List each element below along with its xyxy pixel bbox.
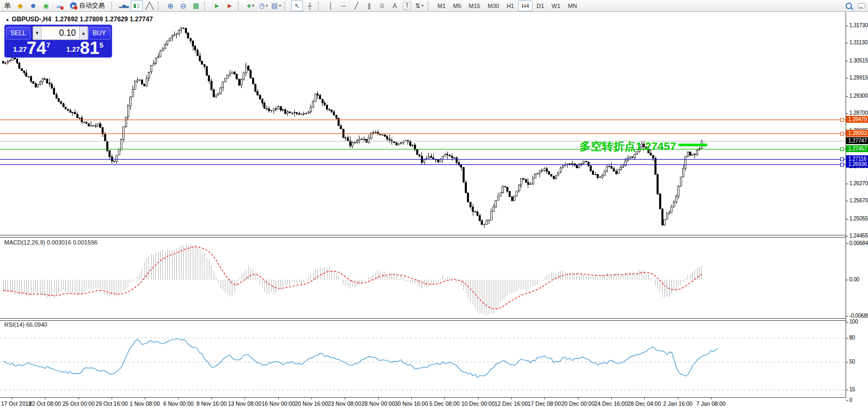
price-axis-tick-label: 1.29300 [849, 93, 868, 99]
time-axis-tick [12, 397, 12, 399]
rsi-axis-tick [846, 322, 848, 322]
horizontal-line-icon[interactable]: ─ [338, 0, 349, 11]
time-axis-tick [178, 397, 179, 399]
time-axis-label: 1 Nov 08:00 [127, 400, 163, 407]
templates-button[interactable]: ▤▾ [270, 0, 282, 11]
line-endpoint-handle[interactable] [840, 132, 844, 136]
fibonacci-icon[interactable]: ≣ [376, 0, 388, 11]
timeframe-m5-button[interactable]: M5 [450, 1, 464, 11]
periods-button[interactable]: ◷▾ [257, 0, 269, 11]
price-axis-border [846, 12, 846, 397]
new-order-icon[interactable]: 单 [2, 0, 13, 11]
horizontal-level-line[interactable] [0, 120, 846, 120]
dropdown-arrow-icon: ▾ [279, 4, 281, 8]
line-endpoint-handle[interactable] [840, 157, 844, 161]
autotrading-label: 自动交易 [79, 1, 105, 10]
price-axis-tick [846, 96, 848, 97]
collapse-triangle-icon[interactable]: ▲ [5, 17, 10, 22]
horizontal-level-line[interactable] [0, 149, 846, 149]
sell-price-display[interactable]: 1.27747 [6, 40, 58, 56]
horizontal-level-line[interactable] [0, 159, 846, 160]
time-axis-tick [444, 397, 445, 399]
macd-label: MACD(12,26,9) 0.003016 0.001596 [4, 239, 97, 246]
bar-chart-icon[interactable]: ▂▅▃ [118, 0, 130, 11]
autotrading-button[interactable]: ▶自动交易 [66, 0, 108, 11]
rsi-panel-separator[interactable] [0, 318, 846, 321]
price-axis-tick-label: 1.30515 [849, 58, 868, 64]
mql5-profile-icon[interactable]: ☻ [27, 0, 39, 11]
toolbar-group-separator [204, 2, 209, 10]
chat-icon[interactable] [856, 0, 867, 11]
timeframe-h1-button[interactable]: H1 [503, 1, 517, 11]
timeframe-m1-button[interactable]: M1 [434, 1, 449, 11]
time-axis-tick [711, 397, 711, 399]
level-price-label: 1.27457 [846, 145, 868, 152]
line-chart-icon[interactable]: ╱╲ [144, 0, 155, 11]
time-axis-label: 29 Oct 16:00 [93, 400, 130, 407]
toolbar-group-separator [427, 2, 432, 10]
time-axis-label: 25 Oct 00:00 [60, 400, 97, 407]
text-label-icon[interactable]: T [403, 2, 411, 10]
price-axis-tick [846, 184, 848, 184]
line-endpoint-handle[interactable] [840, 147, 844, 151]
macd-indicator-chart[interactable] [0, 238, 846, 318]
timeframe-m30-button[interactable]: M30 [484, 1, 502, 11]
volume-input[interactable] [42, 27, 79, 40]
toolbar: 单◆☻◉☁▶自动交易▂▅▃▮▯╱╲⊕⊖▦▶▶+▾◷▾▤▾↖┼│─╱∥≣AT⇅▾M… [0, 0, 868, 12]
cursor-icon[interactable]: ↖ [291, 0, 303, 11]
trend-segment-line[interactable] [678, 144, 707, 146]
macd-axis-tick [846, 243, 848, 244]
timeframe-d1-button[interactable]: D1 [534, 1, 548, 11]
candlestick-chart-icon[interactable]: ▮▯ [131, 0, 143, 11]
tile-windows-icon[interactable]: ▦ [190, 0, 202, 11]
arrows-button[interactable]: ⇅▾ [413, 0, 425, 11]
rsi-axis-tick [846, 390, 848, 390]
vertical-line-icon[interactable]: │ [325, 0, 337, 11]
buy-price-display[interactable]: 1.27815 [59, 40, 111, 56]
market-icon[interactable]: ☁ [53, 0, 65, 11]
current-price-line[interactable] [0, 141, 846, 141]
auto-scroll-icon[interactable]: ▶ [211, 0, 223, 11]
timeframe-h4-button[interactable]: H4 [518, 1, 532, 11]
timeframe-m15-button[interactable]: M15 [466, 1, 483, 11]
zoom-out-icon[interactable]: ⊖ [177, 0, 189, 11]
price-axis-tick [846, 113, 848, 114]
price-axis-tick-label: 1.29915 [849, 75, 868, 81]
price-axis-tick [846, 201, 848, 201]
ohlc-values: 1.27692 1.27809 1.27629 1.27747 [55, 15, 153, 23]
time-axis-tick [411, 397, 412, 399]
trendline-icon[interactable]: ╱ [350, 0, 362, 11]
chart-shift-icon[interactable]: ▶ [224, 0, 236, 11]
dropdown-arrow-icon: ▾ [421, 4, 424, 8]
time-axis-label: 16 Nov 00:00 [260, 400, 296, 407]
line-endpoint-handle[interactable] [840, 118, 844, 122]
crosshair-icon[interactable]: ┼ [304, 0, 316, 11]
timeframe-w1-button[interactable]: W1 [549, 1, 564, 11]
main-price-chart[interactable] [0, 12, 846, 235]
line-endpoint-handle[interactable] [840, 163, 844, 167]
horizontal-level-line[interactable] [0, 133, 846, 134]
horizontal-level-line[interactable] [0, 164, 846, 165]
one-click-trading-panel: SELL ▼ ▲ BUY 1.27747 1.27815 [4, 25, 112, 58]
signals-icon[interactable]: ◉ [40, 0, 52, 11]
rsi-indicator-chart[interactable] [0, 321, 846, 397]
search-icon[interactable] [843, 0, 855, 11]
macd-panel-separator[interactable] [0, 235, 846, 238]
metaeditor-icon[interactable]: ◆ [14, 0, 26, 11]
time-axis-tick [311, 397, 312, 399]
equidistant-channel-icon[interactable]: ∥ [363, 0, 375, 11]
buy-price-sup: 5 [99, 41, 103, 49]
rsi-axis-tick [846, 362, 848, 362]
sell-price-big: 74 [27, 41, 46, 56]
time-axis-tick [278, 397, 279, 399]
time-axis-label: 22 Oct 08:00 [27, 400, 63, 407]
rsi-axis-tick-label: 80 [849, 335, 855, 341]
time-axis-tick [544, 397, 545, 399]
zoom-in-icon[interactable]: ⊕ [165, 0, 176, 11]
rsi-label: RSI(14) 66.0940 [4, 321, 48, 328]
indicators-button[interactable]: +▾ [245, 0, 256, 11]
time-axis-tick [678, 397, 678, 399]
chart-ohlc-header: ▲GBPUSD-,H4 1.27692 1.27809 1.27629 1.27… [5, 15, 153, 23]
timeframe-mn-button[interactable]: MN [565, 1, 580, 11]
text-icon[interactable]: A [389, 0, 401, 11]
